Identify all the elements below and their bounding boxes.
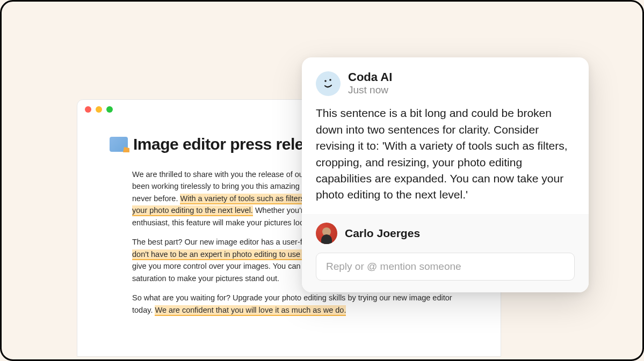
paragraph-3[interactable]: So what are you waiting for? Upgrade you… [132, 292, 468, 316]
ai-avatar [316, 71, 341, 96]
close-window-button[interactable] [85, 106, 91, 113]
svg-point-0 [324, 80, 327, 82]
reply-user-name: Carlo Joerges [345, 227, 420, 240]
minimize-window-button[interactable] [96, 106, 102, 113]
comment-body: This sentence is a bit long and could be… [316, 105, 575, 203]
document-title[interactable]: Image editor press release [133, 135, 330, 153]
image-editor-icon [110, 137, 128, 152]
reply-user-row: Carlo Joerges [316, 223, 575, 244]
user-avatar [316, 223, 337, 244]
svg-point-1 [329, 79, 331, 81]
smiley-icon [320, 76, 336, 92]
comment-author: Coda AI [348, 70, 392, 84]
reply-section: Carlo Joerges [302, 214, 589, 292]
reply-input[interactable] [316, 253, 575, 281]
para3-highlight[interactable]: We are confident that you will love it a… [155, 305, 346, 316]
comment-header: Coda AI Just now [316, 70, 575, 97]
maximize-window-button[interactable] [106, 106, 113, 113]
comment-card: Coda AI Just now This sentence is a bit … [302, 57, 589, 292]
comment-meta: Coda AI Just now [348, 70, 392, 97]
comment-timestamp: Just now [348, 84, 392, 97]
